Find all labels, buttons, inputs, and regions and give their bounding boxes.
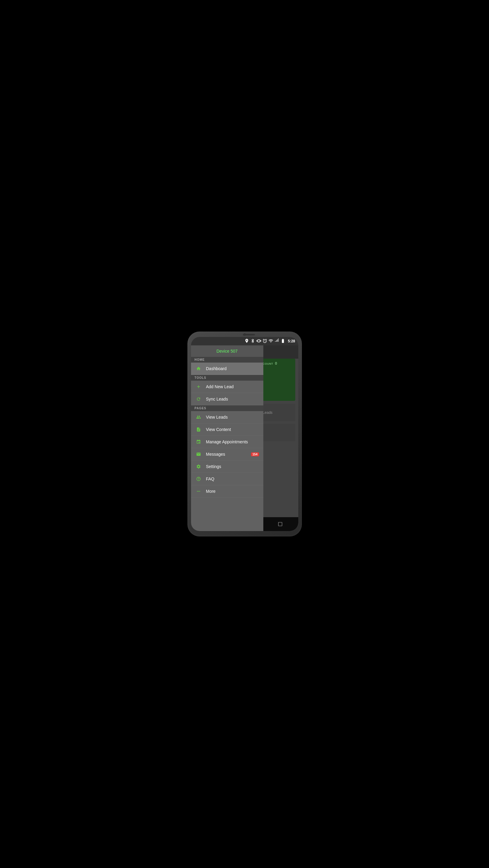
file-icon: [195, 427, 202, 432]
wifi-icon: [268, 338, 273, 344]
phone-screen: 5:28 LEAD COUNT 0 ad View Leads: [191, 337, 298, 531]
battery-icon: [281, 338, 285, 344]
drawer-item-manage-appointments[interactable]: Manage Appointments: [191, 436, 263, 448]
dots-icon: [195, 489, 202, 494]
envelope-icon: [195, 452, 202, 457]
messages-label: Messages: [206, 452, 251, 457]
calendar-icon: [195, 439, 202, 444]
gear-icon: [195, 464, 202, 469]
question-icon: [195, 476, 202, 481]
location-icon: [244, 338, 249, 344]
device-name: Device 507: [216, 349, 237, 353]
messages-badge: 154: [251, 453, 259, 456]
users-icon: [195, 415, 202, 420]
phone-frame: 5:28 LEAD COUNT 0 ad View Leads: [187, 332, 302, 536]
drawer-item-view-content[interactable]: View Content: [191, 424, 263, 436]
dashboard-label: Dashboard: [206, 366, 259, 371]
drawer-item-more[interactable]: More: [191, 485, 263, 498]
drawer-item-add-new-lead[interactable]: Add New Lead: [191, 381, 263, 393]
section-pages: PAGES: [191, 405, 263, 411]
status-icons: 5:28: [244, 338, 295, 344]
vibrate-icon: [256, 338, 261, 344]
plus-icon: [195, 384, 202, 389]
status-time: 5:28: [288, 339, 295, 343]
home-icon: [195, 366, 202, 371]
view-leads-label: View Leads: [206, 415, 259, 420]
alarm-icon: [262, 338, 267, 344]
bluetooth-icon: [250, 338, 255, 344]
section-home: HOME: [191, 357, 263, 363]
drawer-item-faq[interactable]: FAQ: [191, 473, 263, 485]
navigation-drawer: Device 507 HOME Dashboard TOOLS Add: [191, 345, 263, 531]
drawer-header: Device 507: [191, 345, 263, 357]
drawer-item-sync-leads[interactable]: Sync Leads: [191, 393, 263, 405]
faq-label: FAQ: [206, 476, 259, 481]
main-screen: LEAD COUNT 0 ad View Leads nts Dev: [191, 345, 298, 531]
signal-icon: [274, 338, 279, 344]
drawer-item-dashboard[interactable]: Dashboard: [191, 363, 263, 375]
drawer-item-messages[interactable]: Messages 154: [191, 448, 263, 461]
section-tools: TOOLS: [191, 375, 263, 381]
sync-leads-label: Sync Leads: [206, 397, 259, 401]
add-new-lead-label: Add New Lead: [206, 384, 259, 389]
settings-label: Settings: [206, 464, 259, 469]
drawer-item-view-leads[interactable]: View Leads: [191, 411, 263, 424]
view-content-label: View Content: [206, 427, 259, 432]
drawer-item-settings[interactable]: Settings: [191, 461, 263, 473]
manage-appointments-label: Manage Appointments: [206, 439, 259, 444]
speaker: [243, 334, 255, 336]
refresh-icon: [195, 397, 202, 401]
status-bar: 5:28: [191, 337, 298, 345]
more-label: More: [206, 489, 259, 494]
